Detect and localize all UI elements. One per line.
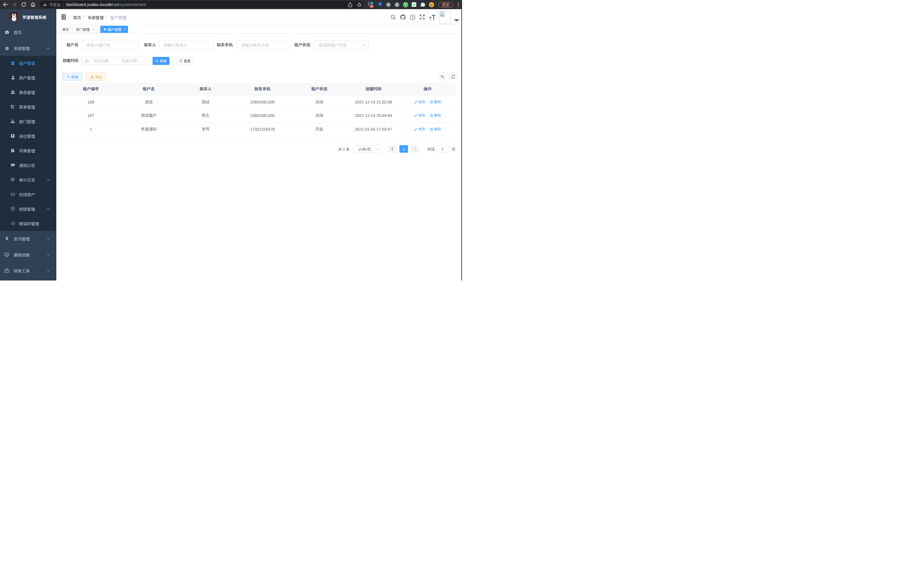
svg-text:?: ? <box>412 15 414 19</box>
svg-text:¥: ¥ <box>5 236 8 241</box>
svg-text:10: 10 <box>370 5 373 8</box>
svg-text:⌘: ⌘ <box>387 3 390 6</box>
